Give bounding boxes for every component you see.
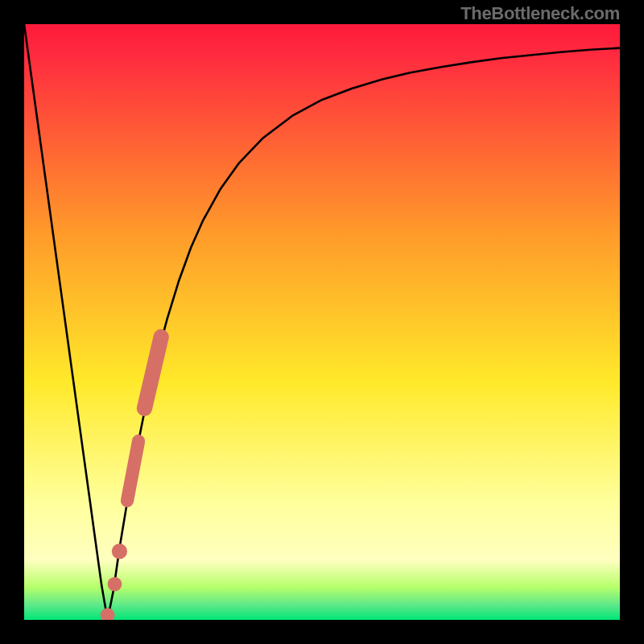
bottleneck-chart <box>24 24 620 620</box>
dot-b <box>112 543 127 559</box>
watermark-text: TheBottleneck.com <box>460 3 620 24</box>
gradient-background <box>24 24 620 620</box>
dot-a <box>108 577 122 592</box>
chart-frame: TheBottleneck.com <box>0 0 644 644</box>
plot-area <box>24 24 620 620</box>
